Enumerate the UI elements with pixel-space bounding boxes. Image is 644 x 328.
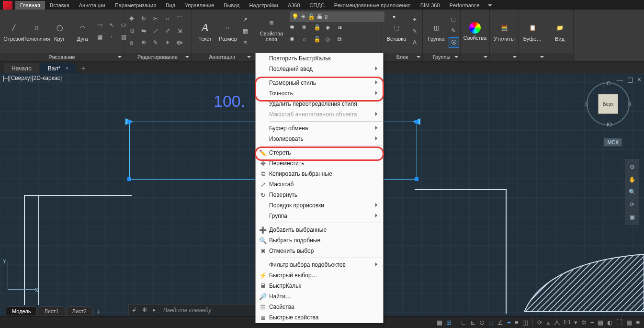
rect-icon[interactable]: ▭ [95,20,104,30]
context-menu-item[interactable]: Точность [256,88,383,99]
ucs-icon[interactable]: YX [3,261,36,294]
line-button[interactable]: ╱Отрезок [3,20,24,43]
anno-scale[interactable]: 1:1 [564,319,571,325]
panel-util-title[interactable] [490,53,519,61]
panel-edit-title[interactable]: Редактирование [124,53,191,61]
model-toggle[interactable]: ▦ [436,319,443,326]
context-menu-item[interactable]: ✥Переместить [256,158,383,169]
context-menu-item[interactable]: ⧉Копировать выбранные [256,169,383,179]
context-menu-item[interactable]: Повторить БыстрКальк [256,53,383,64]
drawing-tab-add[interactable]: + [77,63,89,74]
context-menu-item[interactable]: Группа [256,211,383,221]
context-menu-item[interactable]: Удалить переопределения стиля [256,99,383,109]
move-icon[interactable]: ✥ [127,14,136,23]
layer-props-button[interactable]: ≣Свойства слоя [256,15,287,43]
context-menu-item[interactable]: Порядок прорисовки [256,200,383,211]
panel-clip-title[interactable] [519,53,546,61]
polar-toggle[interactable]: ⊙ [479,319,485,326]
explode-icon[interactable]: ✶ [163,38,172,47]
erase-icon[interactable]: ✎ [151,38,160,47]
array-icon[interactable]: ⧈ [127,38,136,47]
panel-props-title[interactable] [461,53,489,61]
layer-combo[interactable]: 💡☀🔓🖶 ▾ [290,11,384,22]
block-create-icon[interactable]: ✦ [410,15,419,24]
panel-view-title[interactable] [546,53,573,61]
context-menu-item[interactable]: 🔍Выбрать подобные [256,235,383,246]
tab-output[interactable]: Вывод [219,1,244,10]
group-button[interactable]: ◫Группа [426,20,447,43]
point-icon[interactable]: ⋅ [107,32,116,42]
utilities-button[interactable]: 🧮Утилиты [493,20,516,43]
ortho-toggle[interactable]: ⊾ [470,319,476,326]
laymch-icon[interactable]: ≋ [338,24,348,34]
transparency-toggle[interactable]: ◫ [522,319,529,326]
context-menu-item[interactable]: ≣Быстрые свойства [256,312,383,323]
panel-block-title[interactable]: Блок [382,53,422,61]
isolate-icon[interactable]: ▤ [597,319,604,326]
cube-n[interactable]: С [607,80,610,86]
join-icon[interactable]: ⟴ [175,38,184,47]
cube-e[interactable]: В [628,102,632,107]
context-menu-item[interactable]: ➕Добавить выбранные [256,225,383,235]
context-menu-item[interactable]: ☰Свойства [256,302,383,312]
layon-icon[interactable]: ✺ [290,36,300,46]
view-cube[interactable]: Верх С Ю В З [587,82,630,125]
tab-parametric[interactable]: Параметризация [110,1,161,10]
arc-button[interactable]: ◠Дуга [72,20,93,43]
circle-button[interactable]: ◯Круг [49,20,70,43]
layiso-icon[interactable]: ◇ [326,36,336,46]
context-menu-item[interactable]: Размерный стиль [256,78,383,88]
layout-tab-model[interactable]: Модель [6,306,37,316]
dimension-text[interactable]: 100. [214,92,245,111]
panel-annot-title[interactable]: Аннотации [192,53,253,61]
tab-a360[interactable]: A360 [283,1,305,10]
leader-icon[interactable]: ↗ [240,15,250,24]
cube-s[interactable]: Ю [607,122,612,127]
laymrg-icon[interactable]: ⧉ [338,36,348,46]
context-menu-item[interactable]: Фильтр выбора подобъектов [256,260,383,270]
ungroup-icon[interactable]: ◻ [449,14,458,24]
panel-group-title[interactable]: Группы [423,53,460,61]
command-history-icon[interactable]: ↲ [132,306,139,314]
table-icon[interactable]: ▦ [240,26,250,36]
chamfer-icon[interactable]: ◸ [151,26,160,35]
extend-icon[interactable]: ↔ [163,14,172,23]
tab-bim360[interactable]: BIM 360 [416,1,445,10]
object-track-toggle[interactable]: ∠ [497,319,504,326]
workspace-switch-icon[interactable]: ✲ [581,319,587,326]
block-attr-icon[interactable]: A [410,38,419,47]
grip[interactable] [127,120,131,124]
context-menu-item[interactable]: ⤢Масштаб [256,179,383,190]
annotative-toggle[interactable]: 人 [554,318,561,327]
tab-main[interactable]: Главная [15,1,45,10]
mtext-icon[interactable]: ≡ [240,38,250,47]
layer-input[interactable] [325,14,391,20]
spline-icon[interactable]: ∿ [107,20,116,30]
tab-insert[interactable]: Вставка [45,1,74,10]
laylck-icon[interactable]: 🔒 [314,24,324,34]
context-menu-item[interactable]: ✖Отменить выбор [256,246,383,256]
context-menu-item[interactable]: 🖩БыстрКальк [256,281,383,291]
context-menu-item[interactable]: 🔎Найти… [256,291,383,302]
view-button[interactable]: 📁Вид [549,20,570,43]
text-button[interactable]: AТекст [194,20,215,43]
context-menu-item[interactable]: ✏️Стереть [256,147,383,158]
nav-orbit-icon[interactable]: ⟳ [627,200,637,209]
panel-draw-title[interactable]: Рисование [0,53,124,61]
tab-extra-dropdown[interactable]: ⏷ [485,1,496,10]
command-settings-icon[interactable]: ✻ [142,306,150,314]
tab-view[interactable]: Вид [161,1,180,10]
tab-recommended[interactable]: Рекомендованные приложения [329,1,416,10]
close-vp-icon[interactable]: × [637,76,641,83]
layfrz-icon[interactable]: ❄ [302,24,312,34]
hardware-accel-icon[interactable]: ◐ [607,319,613,326]
viewport-label[interactable]: [–][Сверху][2D-каркас] [3,75,62,81]
laycur-icon[interactable]: ◈ [326,24,336,34]
layout-tab-add[interactable]: + [94,306,104,317]
grip[interactable] [415,120,418,124]
grip[interactable] [415,177,418,181]
status-menu-icon[interactable]: ≡ [635,319,640,326]
scale-icon[interactable]: ⤢ [163,26,172,35]
nav-wheel-icon[interactable]: ⚙ [627,162,637,172]
polyline-button[interactable]: ⎍Полилиния [26,20,47,43]
